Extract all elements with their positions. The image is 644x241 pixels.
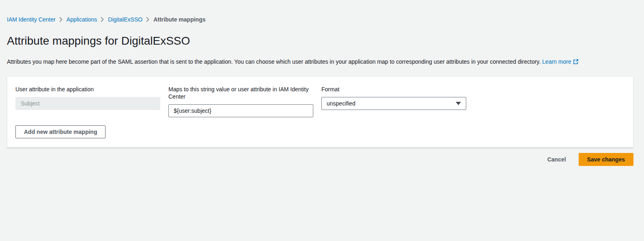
learn-more-label: Learn more bbox=[542, 58, 571, 65]
format-select[interactable]: unspecified bbox=[321, 97, 466, 110]
format-select-value: unspecified bbox=[327, 100, 355, 107]
mapping-row: User attribute in the application Maps t… bbox=[15, 86, 625, 117]
breadcrumb-link-applications[interactable]: Applications bbox=[67, 15, 97, 24]
breadcrumb-link-iam-identity-center[interactable]: IAM Identity Center bbox=[7, 15, 56, 24]
main-content: IAM Identity Center Applications Digital… bbox=[0, 0, 644, 166]
footer-actions: Cancel Save changes bbox=[7, 153, 633, 166]
breadcrumb-separator-icon bbox=[101, 17, 104, 22]
cancel-button[interactable]: Cancel bbox=[539, 153, 575, 166]
save-changes-button[interactable]: Save changes bbox=[579, 153, 633, 166]
learn-more-link[interactable]: Learn more bbox=[542, 58, 579, 65]
breadcrumb-separator-icon bbox=[146, 17, 150, 22]
breadcrumb-link-digitalexsso[interactable]: DigitalExSSO bbox=[108, 15, 142, 24]
breadcrumb-current: Attribute mappings bbox=[153, 15, 205, 24]
add-attribute-mapping-button[interactable]: Add new attribute mapping bbox=[15, 125, 106, 138]
maps-to-input[interactable] bbox=[168, 104, 313, 117]
page-title: Attribute mappings for DigitalExSSO bbox=[7, 34, 633, 48]
app-attribute-input[interactable] bbox=[15, 97, 160, 110]
maps-to-column: Maps to this string value or user attrib… bbox=[168, 86, 313, 117]
breadcrumb-separator-icon bbox=[59, 17, 63, 22]
format-label: Format bbox=[321, 86, 466, 93]
breadcrumb: IAM Identity Center Applications Digital… bbox=[7, 15, 633, 24]
app-attribute-column: User attribute in the application bbox=[15, 86, 160, 110]
attribute-mappings-panel: User attribute in the application Maps t… bbox=[7, 76, 633, 148]
format-column: Format unspecified bbox=[321, 86, 466, 110]
external-link-icon bbox=[573, 59, 579, 65]
page-description: Attributes you map here become part of t… bbox=[7, 58, 633, 66]
chevron-down-icon bbox=[456, 102, 461, 105]
maps-to-label: Maps to this string value or user attrib… bbox=[168, 86, 313, 100]
page-description-text: Attributes you map here become part of t… bbox=[7, 58, 541, 65]
app-window: IAM Identity Center Applications Digital… bbox=[0, 0, 644, 241]
app-attribute-label: User attribute in the application bbox=[15, 86, 160, 93]
